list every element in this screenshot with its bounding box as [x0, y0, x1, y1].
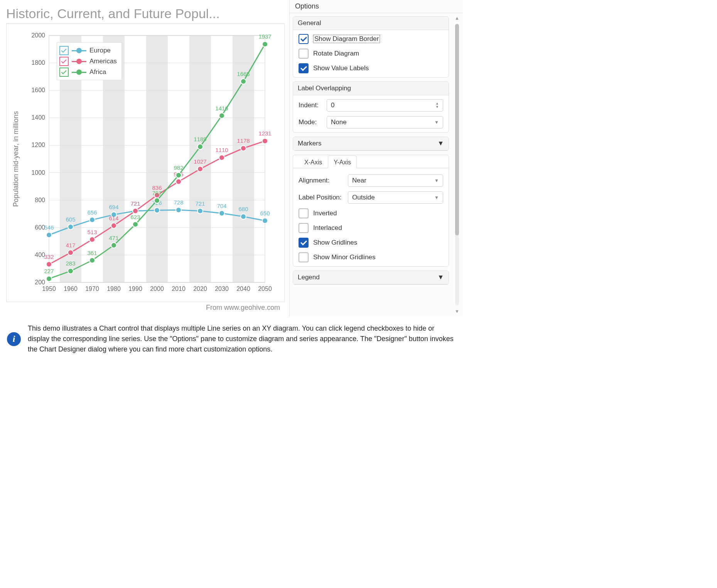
svg-text:227: 227	[44, 268, 54, 274]
scroll-up-icon[interactable]: ▲	[454, 15, 460, 22]
axis-tabs: X-Axis Y-Axis	[293, 155, 449, 168]
legend-item[interactable]: Africa	[59, 67, 117, 78]
legend-item[interactable]: Europe	[59, 45, 117, 56]
svg-text:513: 513	[87, 229, 97, 235]
legend-marker-icon	[72, 59, 86, 64]
svg-text:2040: 2040	[236, 286, 250, 292]
svg-point-94	[176, 172, 181, 178]
legend-checkbox[interactable]	[59, 46, 69, 55]
svg-point-38	[46, 232, 52, 238]
group-general-title: General	[293, 17, 449, 30]
svg-point-52	[197, 208, 203, 214]
svg-point-74	[197, 166, 203, 172]
svg-text:546: 546	[44, 224, 54, 231]
alignment-select[interactable]: Near ▼	[348, 174, 443, 187]
options-scrollbar[interactable]: ▲ ▼	[451, 13, 463, 316]
svg-point-42	[89, 217, 95, 223]
svg-text:1600: 1600	[31, 87, 45, 93]
svg-point-50	[176, 207, 181, 213]
checkbox-show-border[interactable]	[299, 34, 309, 44]
svg-text:1000: 1000	[31, 169, 45, 176]
svg-point-66	[111, 223, 116, 228]
svg-text:623: 623	[130, 214, 140, 220]
svg-text:1937: 1937	[258, 33, 271, 40]
chevron-down-icon: ▼	[437, 140, 444, 147]
checkbox-interlaced[interactable]	[299, 223, 309, 233]
label-interlaced: Interlaced	[313, 224, 342, 232]
chart-panel: Historic, Current, and Future Popul... 2…	[0, 0, 289, 316]
checkbox-show-gridlines[interactable]	[299, 238, 309, 248]
svg-text:1980: 1980	[107, 286, 121, 292]
scroll-track[interactable]	[455, 24, 459, 306]
svg-text:721: 721	[195, 200, 205, 207]
svg-text:1027: 1027	[194, 158, 206, 165]
svg-text:Population mid-year, in millio: Population mid-year, in millions	[12, 111, 20, 207]
legend-label: Europe	[89, 47, 111, 54]
group-markers[interactable]: Markers ▼	[293, 137, 449, 151]
svg-point-60	[46, 262, 52, 267]
info-text: This demo illustrates a Chart control th…	[28, 323, 454, 355]
svg-text:1231: 1231	[258, 130, 271, 137]
svg-point-88	[111, 243, 116, 248]
svg-text:1400: 1400	[31, 114, 45, 121]
scroll-down-icon[interactable]: ▼	[454, 308, 460, 315]
checkbox-inverted[interactable]	[299, 208, 309, 218]
label-inverted: Inverted	[313, 210, 337, 217]
svg-text:200: 200	[35, 279, 45, 286]
svg-text:2050: 2050	[258, 286, 272, 292]
svg-point-92	[154, 198, 160, 203]
svg-text:283: 283	[66, 260, 75, 267]
chevron-down-icon: ▼	[437, 274, 444, 281]
group-axis: X-Axis Y-Axis Alignment: Near ▼	[293, 155, 449, 267]
tab-x-axis[interactable]: X-Axis	[299, 155, 328, 168]
svg-point-86	[89, 258, 95, 263]
label-show-border: Show Diagram Border	[313, 35, 380, 43]
svg-point-96	[197, 144, 203, 149]
svg-text:1110: 1110	[215, 147, 228, 153]
svg-text:1178: 1178	[237, 137, 250, 144]
svg-point-82	[46, 276, 52, 281]
svg-point-90	[133, 222, 138, 227]
chart-area: 2004006008001000120014001600180020001950…	[6, 24, 285, 302]
checkbox-rotate[interactable]	[299, 49, 309, 59]
group-legend-title: Legend	[298, 274, 320, 281]
label-rotate: Rotate Diagram	[313, 50, 359, 57]
svg-text:728: 728	[174, 199, 183, 206]
indent-spinbox[interactable]: 0 ▲▼	[327, 99, 443, 112]
group-legend[interactable]: Legend ▼	[293, 270, 449, 285]
svg-text:650: 650	[260, 210, 270, 216]
labelpos-label: Label Position:	[299, 194, 345, 201]
svg-point-78	[241, 145, 246, 151]
checkbox-show-minor-gridlines[interactable]	[299, 252, 309, 262]
tab-y-axis[interactable]: Y-Axis	[328, 155, 357, 168]
svg-point-56	[241, 214, 246, 219]
svg-text:471: 471	[109, 235, 118, 241]
svg-text:2010: 2010	[172, 286, 186, 292]
spinbox-arrows-icon[interactable]: ▲▼	[435, 102, 439, 109]
legend-item[interactable]: Americas	[59, 56, 117, 67]
legend-checkbox[interactable]	[59, 68, 69, 77]
svg-text:332: 332	[44, 253, 54, 260]
label-show-value-labels: Show Value Labels	[313, 64, 369, 72]
legend-checkbox[interactable]	[59, 57, 69, 66]
options-panel: Options General Show Diagram Border	[289, 0, 463, 316]
group-markers-title: Markers	[298, 140, 321, 147]
svg-point-76	[219, 155, 224, 160]
svg-text:704: 704	[217, 203, 226, 209]
svg-text:2030: 2030	[215, 286, 229, 292]
svg-point-102	[262, 41, 268, 47]
alignment-label: Alignment:	[299, 177, 345, 184]
mode-select[interactable]: None ▼	[327, 116, 443, 128]
svg-text:656: 656	[87, 209, 97, 216]
label-show-minor-gridlines: Show Minor Gridlines	[313, 253, 376, 261]
checkbox-show-value-labels[interactable]	[299, 63, 309, 73]
info-icon: i	[7, 332, 21, 346]
labelpos-select[interactable]: Outside ▼	[348, 191, 443, 204]
svg-text:694: 694	[109, 204, 118, 210]
svg-point-58	[262, 218, 268, 223]
svg-text:680: 680	[238, 206, 248, 212]
svg-text:800: 800	[35, 197, 45, 203]
svg-text:1416: 1416	[215, 105, 228, 112]
svg-point-40	[68, 224, 73, 230]
scroll-thumb[interactable]	[455, 24, 459, 235]
